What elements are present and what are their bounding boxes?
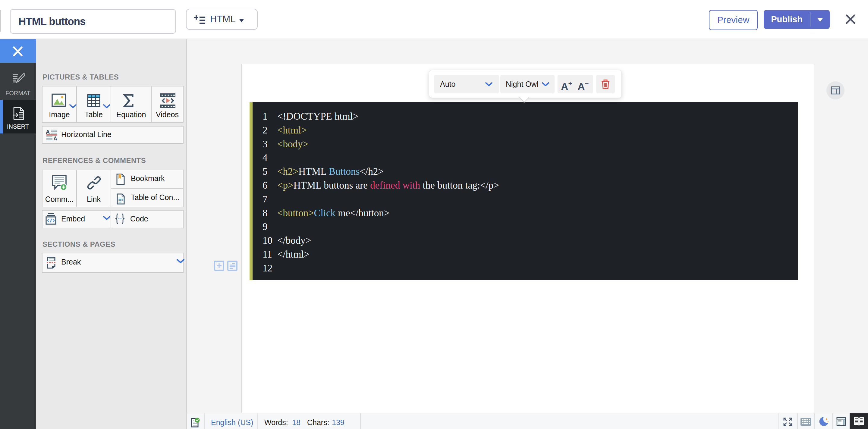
svg-text:A: A xyxy=(53,136,57,141)
svg-text:A: A xyxy=(46,129,50,135)
